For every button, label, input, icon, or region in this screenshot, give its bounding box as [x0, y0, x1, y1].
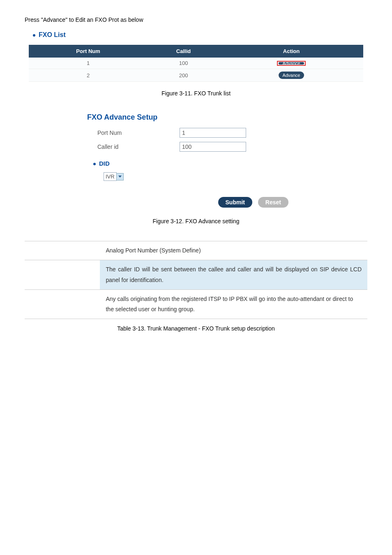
intro-text: Press "Advance" to Edit an FXO Prot as b… [25, 16, 367, 23]
did-select[interactable]: IVR [104, 172, 117, 181]
row-caller-id: Caller id [87, 142, 305, 152]
fxo-advance-setup: FXO Advance Setup Port Num Caller id DID… [81, 109, 311, 212]
fxo-table: Port Num Callid Action 1 100 Advance 2 2… [29, 45, 363, 82]
did-title: DID [93, 160, 305, 167]
input-caller-id[interactable] [180, 142, 246, 152]
did-title-text: DID [99, 160, 110, 167]
advance-button[interactable]: Advance [279, 72, 304, 79]
table-row: 2 200 Advance [29, 69, 363, 82]
desc-right: Analog Port Number (System Define) [100, 241, 367, 260]
desc-right: Any calls originating from the registere… [100, 289, 367, 319]
description-table: Analog Port Number (System Define) The c… [25, 241, 367, 319]
fxo-list-title-text: FXO List [39, 31, 66, 38]
desc-left [25, 260, 100, 289]
figure-caption-1: Figure 3-11. FXO Trunk list [25, 90, 367, 97]
setup-title: FXO Advance Setup [87, 113, 305, 122]
col-callid: Callid [148, 45, 219, 58]
cell-port: 1 [29, 58, 148, 69]
desc-row: Analog Port Number (System Define) [25, 241, 367, 260]
table-caption: Table 3-13. Trunk Management - FXO Trunk… [25, 325, 367, 332]
table-row: 1 100 Advance [29, 58, 363, 69]
cell-action: Advance [219, 58, 363, 69]
desc-row: Any calls originating from the registere… [25, 289, 367, 319]
desc-row: The caller ID will be sent between the c… [25, 260, 367, 289]
cell-action: Advance [219, 69, 363, 82]
cell-callid: 100 [148, 58, 219, 69]
fxo-list-title: FXO List [33, 31, 363, 39]
fxo-list-section: FXO List Port Num Callid Action 1 100 Ad… [29, 31, 363, 82]
chevron-down-icon[interactable] [116, 173, 124, 180]
col-port-num: Port Num [29, 45, 148, 58]
label-port-num: Port Num [87, 130, 180, 136]
did-select-wrap: IVR [104, 173, 305, 180]
desc-right: The caller ID will be sent between the c… [100, 260, 367, 289]
cell-callid: 200 [148, 69, 219, 82]
input-port-num[interactable] [180, 128, 246, 138]
highlight-box: Advance [277, 61, 306, 66]
bullet-icon [33, 34, 35, 37]
col-action: Action [219, 45, 363, 58]
bullet-icon [93, 163, 96, 165]
label-caller-id: Caller id [87, 143, 180, 150]
row-port-num: Port Num [87, 128, 305, 138]
button-row: Submit Reset [87, 197, 305, 208]
did-section: DID IVR [93, 160, 305, 180]
cell-port: 2 [29, 69, 148, 82]
desc-left [25, 241, 100, 260]
advance-button[interactable]: Advance [279, 62, 304, 65]
desc-left [25, 289, 100, 319]
submit-button[interactable]: Submit [218, 197, 252, 208]
reset-button[interactable]: Reset [258, 197, 288, 208]
figure-caption-2: Figure 3-12. FXO Advance setting [25, 218, 367, 224]
